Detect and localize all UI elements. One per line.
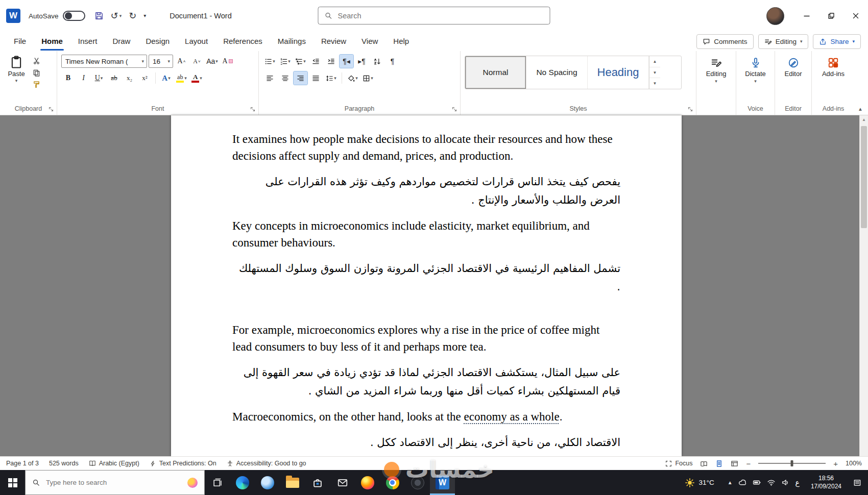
accessibility-status[interactable]: Accessibility: Good to go [227, 460, 306, 467]
taskbar-app-chrome[interactable] [380, 470, 405, 495]
customize-quick-access-icon[interactable]: ▾ [143, 13, 146, 18]
search-highlights-icon[interactable] [187, 478, 198, 488]
styles-gallery-expand-button[interactable]: ▼ [649, 78, 660, 89]
align-right-button[interactable] [294, 71, 307, 85]
tab-review[interactable]: Review [314, 32, 354, 51]
rtl-text-direction-button[interactable]: ¶◂ [340, 55, 353, 68]
focus-button[interactable]: Focus [665, 460, 692, 467]
font-size-combo[interactable]: 16▾ [149, 55, 173, 68]
align-left-button[interactable] [263, 71, 277, 85]
vertical-scrollbar[interactable]: ▲ [859, 115, 868, 456]
hidden-icons-chevron[interactable]: ▲ [728, 480, 733, 485]
font-color-button[interactable]: A▾ [190, 71, 204, 85]
taskbar-app-file-explorer[interactable] [280, 470, 305, 495]
change-case-button[interactable]: Aa▾ [205, 55, 219, 68]
style-normal[interactable]: Normal [465, 56, 526, 89]
taskbar-app-firefox[interactable] [355, 470, 380, 495]
subscript-button[interactable]: x₂ [123, 71, 136, 85]
shading-button[interactable]: ▾ [346, 71, 359, 85]
weather-widget[interactable]: 31°C [678, 470, 721, 495]
text-predictions[interactable]: Text Predictions: On [150, 460, 216, 467]
clear-formatting-button[interactable]: A [221, 55, 234, 68]
shrink-font-button[interactable]: A˅ [190, 55, 204, 68]
editing-button[interactable]: Editing ▾ [701, 55, 732, 84]
style-no-spacing[interactable]: No Spacing [526, 56, 588, 89]
tab-view[interactable]: View [354, 32, 385, 51]
tab-file[interactable]: File [6, 32, 34, 51]
superscript-button[interactable]: x² [138, 71, 152, 85]
editor-button[interactable]: Editor [779, 55, 807, 78]
tab-references[interactable]: References [215, 32, 270, 51]
taskbar-app-dark[interactable] [405, 470, 430, 495]
sort-button[interactable] [370, 55, 384, 68]
taskbar-clock[interactable]: 18:56 17/09/2024 [806, 470, 847, 495]
print-layout-button[interactable] [715, 460, 723, 467]
bold-button[interactable]: B [61, 71, 75, 85]
numbering-button[interactable]: ▾ [278, 55, 292, 68]
tab-insert[interactable]: Insert [70, 32, 105, 51]
ltr-text-direction-button[interactable]: ▸¶ [355, 55, 369, 68]
zoom-in-button[interactable]: + [833, 459, 838, 468]
justify-button[interactable] [309, 71, 323, 85]
search-input[interactable] [337, 11, 544, 20]
tab-mailings[interactable]: Mailings [270, 32, 314, 51]
font-name-combo[interactable]: Times New Roman (▾ [61, 55, 147, 68]
bullets-button[interactable]: ▾ [263, 55, 277, 68]
taskbar-app-word[interactable]: W [430, 470, 455, 495]
text-effects-button[interactable]: A▾ [159, 71, 173, 85]
taskbar-app-edge[interactable] [230, 470, 255, 495]
line-spacing-button[interactable]: ▾ [324, 71, 338, 85]
taskbar-app-store[interactable] [305, 470, 330, 495]
comments-button[interactable]: Comments [696, 34, 753, 49]
undo-button[interactable]: ↺▾ [111, 10, 122, 21]
underline-button[interactable]: U▾ [92, 71, 106, 85]
multilevel-list-button[interactable]: ▾ [294, 55, 307, 68]
highlight-color-button[interactable]: ab▾ [175, 71, 188, 85]
styles-scroll-down-button[interactable]: ▼ [649, 67, 660, 79]
onedrive-cloud-icon[interactable] [738, 478, 747, 487]
account-avatar[interactable] [766, 7, 784, 25]
word-count[interactable]: 525 words [49, 460, 79, 467]
font-dialog-launcher[interactable] [250, 106, 256, 112]
web-layout-button[interactable] [731, 460, 738, 467]
borders-button[interactable]: ▾ [361, 71, 375, 85]
cut-button[interactable] [33, 57, 40, 65]
italic-button[interactable]: I [77, 71, 90, 85]
grow-font-button[interactable]: A˄ [175, 55, 188, 68]
paste-button[interactable]: Paste ▾ [4, 55, 29, 103]
task-view-button[interactable] [205, 470, 230, 495]
read-mode-button[interactable] [700, 460, 708, 467]
zoom-slider-thumb[interactable] [791, 460, 793, 466]
document-page[interactable]: It examines how people make decisions to… [171, 115, 682, 456]
format-painter-button[interactable] [33, 81, 40, 88]
tab-draw[interactable]: Draw [105, 32, 138, 51]
scrollbar-thumb[interactable] [861, 126, 867, 228]
zoom-slider[interactable] [758, 463, 826, 464]
zoom-level[interactable]: 100% [846, 460, 862, 467]
increase-indent-button[interactable] [324, 55, 338, 68]
input-language-indicator[interactable]: ع [795, 479, 800, 487]
styles-dialog-launcher[interactable] [687, 106, 693, 112]
taskbar-app-photos[interactable] [255, 470, 280, 495]
minimize-button[interactable] [794, 0, 819, 32]
start-button[interactable] [0, 470, 25, 495]
page-indicator[interactable]: Page 1 of 3 [6, 460, 39, 467]
show-paragraph-marks-button[interactable]: ¶ [385, 55, 399, 68]
clipboard-dialog-launcher[interactable] [48, 106, 54, 112]
action-center-button[interactable] [847, 470, 868, 495]
proofing-language[interactable]: Arabic (Egypt) [89, 460, 139, 467]
align-center-button[interactable] [278, 71, 292, 85]
tab-help[interactable]: Help [385, 32, 417, 51]
scroll-up-arrow[interactable]: ▲ [860, 115, 868, 124]
editor-suggestion-underline[interactable]: economy as a whole [464, 410, 560, 423]
copy-button[interactable] [33, 69, 40, 77]
search-box[interactable] [318, 7, 550, 24]
style-heading[interactable]: Heading [588, 56, 649, 89]
paragraph-dialog-launcher[interactable] [451, 106, 457, 112]
tab-home[interactable]: Home [34, 32, 70, 51]
strikethrough-button[interactable]: ab [107, 71, 121, 85]
decrease-indent-button[interactable] [309, 55, 323, 68]
autosave-toggle[interactable] [63, 11, 85, 21]
zoom-out-button[interactable]: − [746, 459, 751, 468]
save-button[interactable] [94, 11, 104, 20]
